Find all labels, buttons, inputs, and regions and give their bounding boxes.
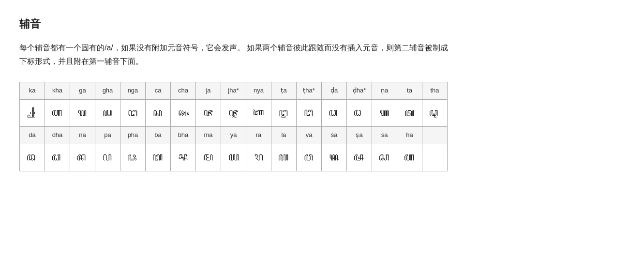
label-pha: pha <box>120 127 146 144</box>
label-tha: tha <box>422 82 448 100</box>
label-ba: ba <box>146 127 171 144</box>
label-jha: jha* <box>221 82 246 100</box>
sym-da-dot: ꦝ <box>322 100 347 127</box>
description-text: 每个辅音都有一个固有的/a/，如果没有附加元音符号，它会发声。 如果两个辅音彼此… <box>19 41 455 68</box>
sym-sa: ꦱ <box>372 144 397 171</box>
label-da: da <box>20 127 45 144</box>
sym-gha: ꦓ <box>95 100 120 127</box>
sym-cha: ꦖ <box>171 100 196 127</box>
sym-ya: ꦪ <box>221 144 246 171</box>
label-sa-dot: ṣa <box>347 127 372 144</box>
sym-empty <box>422 144 448 171</box>
label-nya: nya <box>246 82 271 100</box>
label-ra: ra <box>246 127 271 144</box>
label-sa: sa <box>372 127 397 144</box>
sym-na: ꦤ <box>70 144 95 171</box>
sym-ca: ꦕ <box>146 100 171 127</box>
page-title: 辅音 <box>19 15 625 32</box>
label-ca: ca <box>146 82 171 100</box>
label-row-2: da dha na pa pha ba bha ma ya ra la va ś… <box>20 127 448 144</box>
sym-ba: ꦧ <box>146 144 171 171</box>
sym-tha-dot: ꦜ <box>297 100 322 127</box>
sym-da: ꦢ <box>20 144 45 171</box>
sym-jha: ꦘ <box>221 100 246 127</box>
sym-ja: ꦗ <box>196 100 221 127</box>
label-na: na <box>70 127 95 144</box>
symbol-row-2: ꦢ ꦣ ꦤ ꦥ ꦦ ꦧ ꦨ ꦩ ꦪ ꦫ ꦭ ꦮ ꦯ ꦰ ꦱ ꦲ <box>20 144 448 171</box>
label-va: va <box>297 127 322 144</box>
sym-bha: ꦨ <box>171 144 196 171</box>
sym-pha: ꦦ <box>120 144 146 171</box>
label-ya: ya <box>221 127 246 144</box>
sym-ma: ꦩ <box>196 144 221 171</box>
label-ka: ka <box>20 82 45 100</box>
sym-ha: ꦲ <box>397 144 422 171</box>
sym-na-dot: ꦟ <box>372 100 397 127</box>
label-da-dot: ḍa <box>322 82 347 100</box>
label-gha: gha <box>95 82 120 100</box>
label-tha-dot: ṭha* <box>297 82 322 100</box>
label-kha: kha <box>45 82 70 100</box>
label-bha: bha <box>171 127 196 144</box>
sym-sa-acute: ꦯ <box>322 144 347 171</box>
sym-ga: ꦒ <box>70 100 95 127</box>
sym-va: ꦮ <box>297 144 322 171</box>
label-nga: nga <box>120 82 146 100</box>
sym-nya: ꦚ <box>246 100 271 127</box>
label-cha: cha <box>171 82 196 100</box>
label-ja: ja <box>196 82 221 100</box>
sym-ta-dot: ꦛ <box>271 100 297 127</box>
label-row-1: ka kha ga gha nga ca cha ja jha* nya ṭa … <box>20 82 448 100</box>
label-ha: ha <box>397 127 422 144</box>
sym-pa: ꦥ <box>95 144 120 171</box>
symbol-row-1: ꧀ ꦲ ꦒ ꦓ ꦔ ꦕ ꦖ ꦗ ꦘ ꦚ ꦛ ꦜ ꦝ ꦞ ꦟ ꦠ ꦡ <box>20 100 448 127</box>
label-ma: ma <box>196 127 221 144</box>
sym-dha: ꦣ <box>45 144 70 171</box>
label-na-dot: ṇa <box>372 82 397 100</box>
sym-nga: ꦔ <box>120 100 146 127</box>
label-ta-dot: ṭa <box>271 82 297 100</box>
label-sa-acute: śa <box>322 127 347 144</box>
sym-tha: ꦡ <box>422 100 448 127</box>
label-dha: dha <box>45 127 70 144</box>
sym-sa-dot: ꦰ <box>347 144 372 171</box>
sym-ta: ꦠ <box>397 100 422 127</box>
label-la: la <box>271 127 297 144</box>
label-ga: ga <box>70 82 95 100</box>
label-ta: ta <box>397 82 422 100</box>
sym-ra: ꦫ <box>246 144 271 171</box>
sym-dha-dot: ꦞ <box>347 100 372 127</box>
sym-ka: ꧀ <box>20 100 45 127</box>
label-pa: pa <box>95 127 120 144</box>
sym-la: ꦭ <box>271 144 297 171</box>
label-empty <box>422 127 448 144</box>
consonants-table: ka kha ga gha nga ca cha ja jha* nya ṭa … <box>19 82 448 171</box>
label-dha-dot: ḍha* <box>347 82 372 100</box>
sym-kha: ꦲ <box>45 100 70 127</box>
